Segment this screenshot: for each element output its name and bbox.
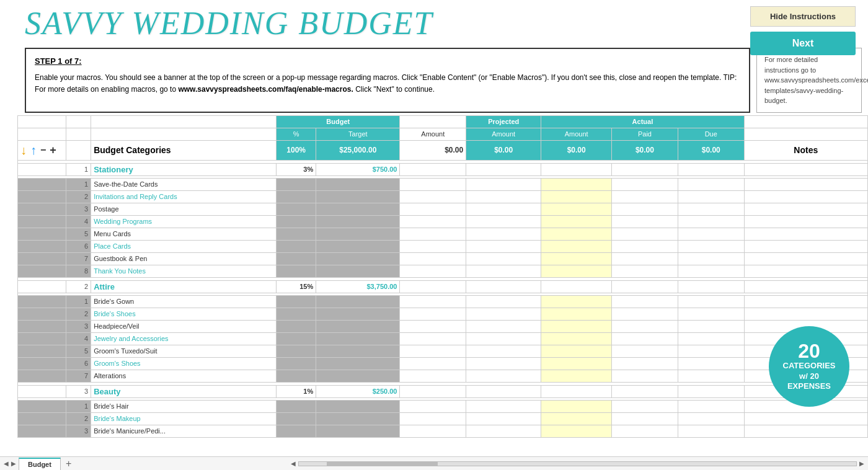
arrow-down-icon[interactable]: ↓ [20, 143, 27, 157]
cat1-budget-amount [400, 163, 466, 175]
item-s7-budget [400, 252, 466, 265]
item-a3-name: Headpiece/Veil [91, 320, 277, 332]
cat1-projected [466, 163, 541, 175]
header-notes-th [744, 115, 867, 128]
totals-num-cell [66, 140, 91, 160]
item-s3-num: 3 [66, 203, 91, 215]
tab-add-button[interactable]: + [61, 458, 76, 469]
app-title: SAVVY WEDDING BUDGET [25, 5, 433, 42]
item-b2-notes [744, 412, 867, 425]
arrow-minus-icon[interactable]: − [40, 144, 46, 156]
cat2-budget-amount [400, 280, 466, 293]
item-b2-paid [612, 412, 678, 425]
item-a3-num: 3 [66, 320, 91, 332]
totals-notes-label: Notes [744, 140, 867, 160]
item-s1-actual [541, 178, 612, 190]
item-b3-paid [612, 425, 678, 437]
item-a3-arrows [18, 320, 66, 332]
sub-budget-amount-th: Amount [400, 128, 466, 140]
item-a3-pct [277, 320, 316, 332]
item-a4-budget [400, 332, 466, 345]
item-a3-budget [400, 320, 466, 332]
item-s8-pct [277, 265, 316, 277]
item-s3-due [678, 203, 744, 215]
sub-projected-amount-th: Amount [466, 128, 541, 140]
app-container: SAVVY WEDDING BUDGET Hide Instructions N… [0, 0, 868, 470]
item-row-attire-4: 4 Jewelry and Accessories [18, 332, 868, 345]
hscroll-left[interactable]: ◀ [291, 460, 296, 467]
item-row-beauty-2: 2 Bride's Makeup [18, 412, 868, 425]
cat3-target: $250.00 [316, 385, 400, 397]
item-s8-target [316, 265, 400, 277]
scroll-right-arrow[interactable]: ▶ [11, 460, 16, 467]
item-s7-notes [744, 252, 867, 265]
totals-paid: $0.00 [612, 140, 678, 160]
cat1-pct: 3% [277, 163, 316, 175]
totals-due: $0.00 [678, 140, 744, 160]
next-button[interactable]: Next [750, 32, 856, 55]
item-a7-target [316, 370, 400, 382]
item-s8-paid [612, 265, 678, 277]
item-s5-num: 5 [66, 228, 91, 240]
item-s5-target [316, 228, 400, 240]
item-s6-budget [400, 240, 466, 252]
item-a1-arrows [18, 295, 66, 308]
item-a4-pct [277, 332, 316, 345]
item-row-stationery-2: 2 Invitations and Reply Cards [18, 190, 868, 203]
cat2-target: $3,750.00 [316, 280, 400, 293]
arrow-up-icon[interactable]: ↑ [30, 143, 37, 157]
item-a1-paid [612, 295, 678, 308]
item-b2-budget [400, 412, 466, 425]
horizontal-scrollbar[interactable] [298, 461, 857, 466]
item-a6-budget [400, 357, 466, 370]
item-s7-paid [612, 252, 678, 265]
cat3-paid [612, 385, 678, 397]
item-a6-paid [612, 357, 678, 370]
header-budget-th: Budget [277, 115, 400, 128]
item-row-stationery-1: 1 Save-the-Date Cards [18, 178, 868, 190]
hide-instructions-button[interactable]: Hide Instructions [750, 6, 856, 27]
cat2-paid [612, 280, 678, 293]
item-s4-num: 4 [66, 215, 91, 228]
item-a4-actual [541, 332, 612, 345]
scroll-left-arrow[interactable]: ◀ [4, 460, 9, 467]
item-s2-due [678, 190, 744, 203]
cat1-target: $750.00 [316, 163, 400, 175]
item-a2-target [316, 308, 400, 320]
item-s4-paid [612, 215, 678, 228]
item-row-beauty-1: 1 Bride's Hair [18, 400, 868, 412]
item-row-stationery-7: 7 Guestbook & Pen [18, 252, 868, 265]
item-a3-paid [612, 320, 678, 332]
hscroll-right[interactable]: ▶ [859, 460, 864, 467]
tab-budget[interactable]: Budget [19, 458, 61, 470]
totals-pct: 100% [277, 140, 316, 160]
item-a6-actual [541, 357, 612, 370]
item-a1-actual [541, 295, 612, 308]
item-s8-budget [400, 265, 466, 277]
item-a2-budget [400, 308, 466, 320]
item-s2-projected [466, 190, 541, 203]
item-s2-num: 2 [66, 190, 91, 203]
item-a7-budget [400, 370, 466, 382]
item-s5-notes [744, 228, 867, 240]
item-a5-paid [612, 345, 678, 357]
item-row-stationery-4: 4 Wedding Programs [18, 215, 868, 228]
sub-num-cell [66, 128, 91, 140]
instructions-text-end: Click "Next" to continue. [353, 85, 435, 94]
item-b2-actual [541, 412, 612, 425]
item-b1-name: Bride's Hair [91, 400, 277, 412]
item-a2-due [678, 308, 744, 320]
arrow-plus-icon[interactable]: + [50, 144, 56, 157]
cat1-num: 1 [66, 163, 91, 175]
item-a6-pct [277, 357, 316, 370]
item-a1-notes [744, 295, 867, 308]
item-s1-due [678, 178, 744, 190]
item-s7-arrows [18, 252, 66, 265]
item-s7-num: 7 [66, 252, 91, 265]
totals-budget-amount: $0.00 [400, 140, 466, 160]
item-a4-due [678, 332, 744, 345]
item-s4-notes [744, 215, 867, 228]
cat2-notes [744, 280, 867, 293]
budget-table: Budget Projected Actual % Target Amount … [17, 115, 868, 438]
item-s5-paid [612, 228, 678, 240]
